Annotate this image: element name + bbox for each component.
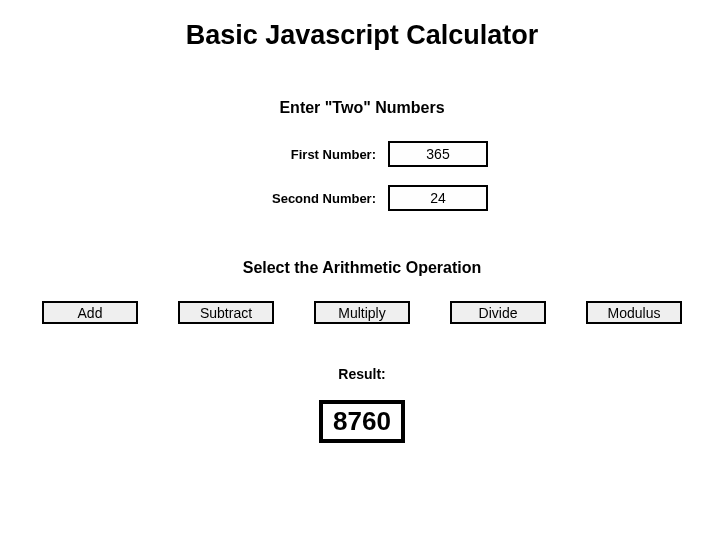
inputs-heading: Enter "Two" Numbers: [0, 99, 724, 117]
operation-heading: Select the Arithmetic Operation: [0, 259, 724, 277]
first-number-input[interactable]: [388, 141, 488, 167]
add-button[interactable]: Add: [42, 301, 138, 324]
multiply-button[interactable]: Multiply: [314, 301, 410, 324]
page-title: Basic Javascript Calculator: [0, 20, 724, 51]
subtract-button[interactable]: Subtract: [178, 301, 274, 324]
second-number-label: Second Number:: [236, 191, 376, 206]
first-number-label: First Number:: [236, 147, 376, 162]
operation-buttons: Add Subtract Multiply Divide Modulus: [0, 301, 724, 324]
modulus-button[interactable]: Modulus: [586, 301, 682, 324]
second-number-input[interactable]: [388, 185, 488, 211]
result-label: Result:: [0, 366, 724, 382]
second-number-row: Second Number:: [0, 185, 724, 211]
result-output: 8760: [319, 400, 405, 443]
first-number-row: First Number:: [0, 141, 724, 167]
divide-button[interactable]: Divide: [450, 301, 546, 324]
